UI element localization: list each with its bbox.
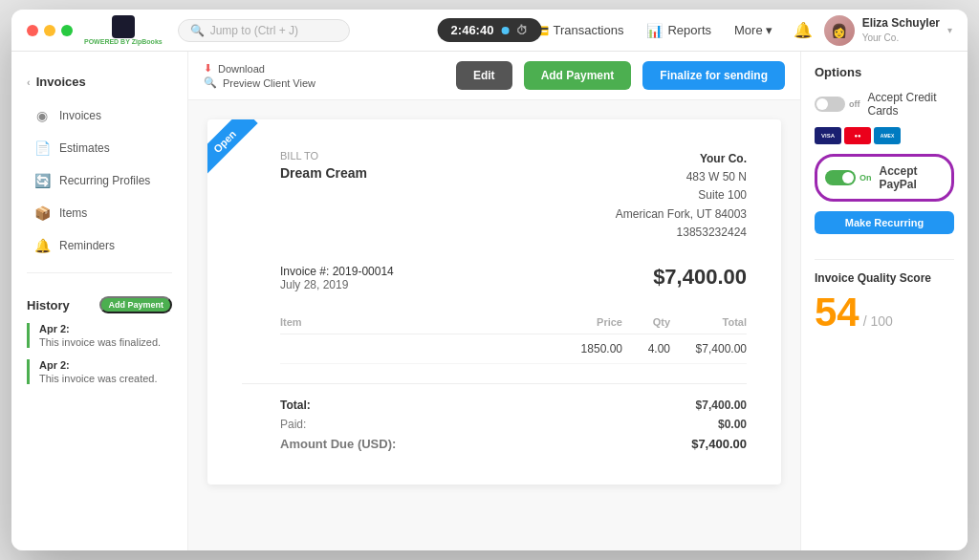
history-header: History Add Payment: [27, 296, 172, 313]
search-bar[interactable]: 🔍 Jump to (Ctrl + J): [178, 19, 350, 42]
toolbar: ⬇ Download 🔍 Preview Client View Edit Ad…: [188, 52, 800, 100]
invoice-total-display: $7,400.00: [653, 265, 747, 290]
nav-more[interactable]: More ▾: [725, 17, 782, 43]
nav-reports-label: Reports: [667, 23, 711, 37]
options-title: Options: [815, 65, 954, 79]
sidebar: ‹ Invoices ◉ Invoices 📄 Estimates 🔄 Recu…: [11, 52, 188, 550]
invoice-number: Invoice #: 2019-00014: [280, 265, 394, 278]
timer-display: 2:46:40: [451, 23, 494, 37]
right-panel: Options off Accept Credit Cards VISA ●● …: [800, 52, 968, 550]
preview-link[interactable]: 🔍 Preview Client View: [204, 76, 315, 89]
history-entry-1: Apr 2: This invoice was finalized.: [27, 323, 172, 348]
sidebar-items-label: Items: [59, 206, 87, 220]
finalize-button[interactable]: Finalize for sending: [642, 61, 785, 90]
bill-to-name: Dream Cream: [280, 165, 367, 181]
sidebar-invoices-label: Invoices: [59, 109, 101, 122]
user-name: Eliza Schuyler: [862, 16, 940, 32]
company-address3: American Fork, UT 84003: [616, 205, 747, 224]
invoice-paper: Open BILL TO Dream Cream Your Co. 483 W …: [207, 119, 781, 485]
invoice-scroll: Open BILL TO Dream Cream Your Co. 483 W …: [188, 100, 800, 550]
mastercard-icon: ●●: [844, 127, 871, 144]
visa-card-icon: VISA: [815, 127, 841, 144]
open-badge-text: Open: [207, 119, 258, 175]
col-header-item: Item: [280, 316, 546, 328]
quality-score-value: 54: [815, 292, 859, 333]
row-item: [280, 342, 546, 355]
credit-cards-label: Accept Credit Cards: [868, 91, 955, 118]
user-area[interactable]: 👩 Eliza Schuyler Your Co. ▾: [824, 15, 952, 46]
invoice-meta-left: Invoice #: 2019-00014 July 28, 2019: [280, 265, 394, 291]
invoice-table: Item Price Qty Total 1850.00 4.00 $7,400…: [242, 311, 747, 364]
nav-reports[interactable]: 📊 Reports: [637, 17, 721, 44]
main-content: ‹ Invoices ◉ Invoices 📄 Estimates 🔄 Recu…: [11, 52, 968, 550]
toolbar-links: ⬇ Download 🔍 Preview Client View: [204, 62, 315, 89]
maximize-button[interactable]: [61, 25, 73, 36]
user-chevron-icon: ▾: [947, 25, 952, 35]
bill-to-section: BILL TO Dream Cream: [280, 150, 367, 242]
bill-to-label: BILL TO: [280, 150, 367, 162]
amex-card-icon: AMEX: [874, 127, 901, 144]
toggle-on-indicator: [825, 170, 856, 185]
history-title: History: [27, 298, 70, 312]
titlebar: POWERED BY ZipBooks 🔍 Jump to (Ctrl + J)…: [11, 10, 968, 52]
col-header-price: Price: [546, 316, 622, 328]
search-placeholder: Jump to (Ctrl + J): [210, 24, 298, 37]
invoices-sidebar-icon: ◉: [34, 108, 50, 123]
history-text-1: This invoice was finalized.: [39, 336, 172, 348]
col-header-qty: Qty: [622, 316, 670, 328]
credit-cards-toggle[interactable]: off: [815, 97, 860, 112]
timer-icon: ⏱: [516, 24, 528, 37]
app-window: POWERED BY ZipBooks 🔍 Jump to (Ctrl + J)…: [11, 10, 968, 550]
notifications-bell-icon[interactable]: 🔔: [794, 21, 813, 39]
amount-due-label: Amount Due (USD):: [280, 437, 396, 451]
company-address2: Suite 100: [616, 186, 747, 205]
quality-denom: / 100: [863, 313, 893, 329]
company-info: Your Co. 483 W 50 N Suite 100 American F…: [616, 150, 747, 242]
sidebar-divider: [27, 272, 172, 273]
history-text-2: This invoice was created.: [39, 373, 172, 384]
paypal-option: On Accept PayPal: [815, 154, 954, 202]
row-qty: 4.00: [622, 342, 670, 355]
panel-divider: [815, 259, 954, 260]
add-payment-button[interactable]: Add Payment: [524, 61, 632, 90]
totals-total-row: Total: $7,400.00: [280, 396, 747, 415]
preview-label: Preview Client View: [223, 77, 315, 89]
history-section: History Add Payment Apr 2: This invoice …: [11, 285, 187, 407]
sidebar-item-invoices[interactable]: ◉ Invoices: [19, 100, 180, 131]
sidebar-item-estimates[interactable]: 📄 Estimates: [19, 133, 180, 163]
edit-button[interactable]: Edit: [456, 61, 512, 90]
make-recurring-button[interactable]: Make Recurring: [815, 211, 954, 234]
invoice-meta-row: Invoice #: 2019-00014 July 28, 2019 $7,4…: [280, 265, 747, 291]
download-link[interactable]: ⬇ Download: [204, 62, 315, 75]
sidebar-back-nav[interactable]: ‹ Invoices: [11, 67, 187, 97]
history-add-payment-button[interactable]: Add Payment: [99, 296, 172, 313]
toggle-off-label: off: [849, 99, 860, 109]
nav-transactions-label: Transactions: [554, 23, 624, 37]
chevron-down-icon: ▾: [766, 23, 772, 37]
user-info: Eliza Schuyler Your Co.: [862, 16, 940, 44]
cards-preview: VISA ●● AMEX: [815, 127, 954, 144]
paid-amount: $0.00: [718, 418, 747, 431]
sidebar-item-items[interactable]: 📦 Items: [19, 198, 180, 228]
company-address1: 483 W 50 N: [616, 168, 747, 186]
sidebar-item-reminders[interactable]: 🔔 Reminders: [19, 230, 180, 261]
sidebar-recurring-label: Recurring Profiles: [59, 174, 150, 187]
user-company: Your Co.: [862, 32, 940, 44]
open-badge: Open: [207, 119, 274, 186]
close-button[interactable]: [27, 25, 38, 36]
quality-section: Invoice Quality Score 54 / 100: [815, 271, 954, 333]
invoice-table-header: Item Price Qty Total: [280, 311, 747, 334]
reminders-sidebar-icon: 🔔: [34, 238, 50, 253]
download-label: Download: [218, 63, 265, 75]
window-controls: [27, 25, 73, 36]
minimize-button[interactable]: [44, 25, 55, 36]
totals-due-row: Amount Due (USD): $7,400.00: [280, 434, 747, 454]
sidebar-item-recurring[interactable]: 🔄 Recurring Profiles: [19, 165, 180, 196]
col-header-total: Total: [670, 316, 747, 328]
paypal-label: Accept PayPal: [880, 164, 945, 191]
paypal-toggle[interactable]: On: [825, 170, 872, 185]
history-entry-2: Apr 2: This invoice was created.: [27, 359, 172, 384]
sidebar-reminders-label: Reminders: [59, 239, 115, 252]
quality-score-row: 54 / 100: [815, 292, 954, 333]
center-area: ⬇ Download 🔍 Preview Client View Edit Ad…: [188, 52, 800, 550]
